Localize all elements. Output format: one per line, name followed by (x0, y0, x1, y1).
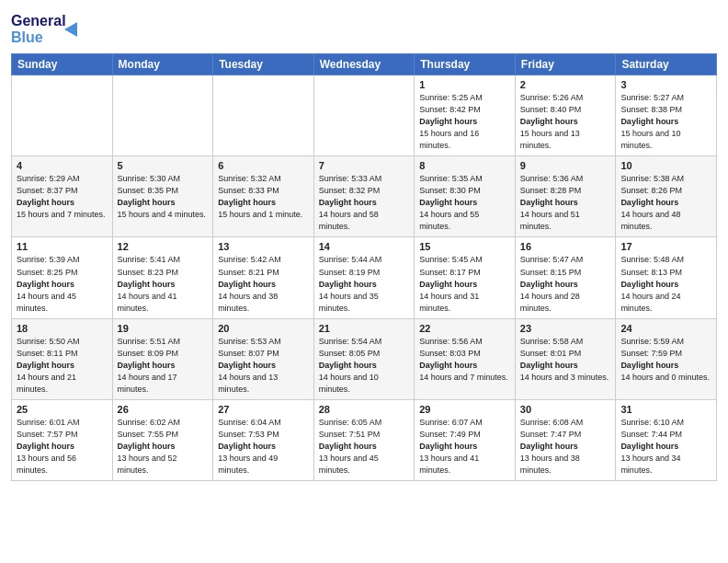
daylight-label: Daylight hours (520, 117, 578, 126)
day-info: Sunrise: 5:25 AMSunset: 8:42 PMDaylight … (419, 92, 510, 152)
day-info: Sunrise: 6:05 AMSunset: 7:51 PMDaylight … (319, 417, 410, 477)
calendar-cell: 18Sunrise: 5:50 AMSunset: 8:11 PMDayligh… (12, 318, 113, 399)
daylight-label: Daylight hours (620, 361, 678, 370)
calendar-cell (313, 75, 415, 156)
calendar-cell (213, 75, 314, 156)
daylight-label: Daylight hours (118, 280, 176, 289)
day-number: 4 (17, 160, 108, 171)
daylight-label: Daylight hours (218, 280, 276, 289)
day-number: 16 (520, 241, 611, 252)
day-info: Sunrise: 6:01 AMSunset: 7:57 PMDaylight … (17, 417, 108, 477)
calendar-cell: 15Sunrise: 5:45 AMSunset: 8:17 PMDayligh… (415, 237, 516, 318)
day-info: Sunrise: 5:44 AMSunset: 8:19 PMDaylight … (319, 254, 410, 314)
calendar-cell: 3Sunrise: 5:27 AMSunset: 8:38 PMDaylight… (616, 75, 717, 156)
day-info: Sunrise: 6:02 AMSunset: 7:55 PMDaylight … (118, 417, 209, 477)
calendar-cell: 27Sunrise: 6:04 AMSunset: 7:53 PMDayligh… (213, 399, 314, 480)
day-info: Sunrise: 6:08 AMSunset: 7:47 PMDaylight … (520, 417, 611, 477)
calendar-header-monday: Monday (112, 54, 213, 75)
calendar-week-5: 25Sunrise: 6:01 AMSunset: 7:57 PMDayligh… (12, 399, 717, 480)
day-info: Sunrise: 5:29 AMSunset: 8:37 PMDaylight … (17, 173, 108, 221)
daylight-label: Daylight hours (319, 442, 377, 451)
day-number: 5 (118, 160, 209, 171)
day-info: Sunrise: 5:35 AMSunset: 8:30 PMDaylight … (419, 173, 510, 233)
day-info: Sunrise: 5:59 AMSunset: 7:59 PMDaylight … (620, 336, 711, 384)
calendar-cell: 2Sunrise: 5:26 AMSunset: 8:40 PMDaylight… (515, 75, 616, 156)
day-number: 30 (520, 404, 611, 415)
day-info: Sunrise: 5:58 AMSunset: 8:01 PMDaylight … (520, 336, 611, 384)
calendar-cell: 19Sunrise: 5:51 AMSunset: 8:09 PMDayligh… (112, 318, 213, 399)
day-number: 6 (218, 160, 309, 171)
daylight-label: Daylight hours (218, 361, 276, 370)
day-number: 2 (520, 79, 611, 90)
day-info: Sunrise: 5:56 AMSunset: 8:03 PMDaylight … (419, 336, 510, 384)
daylight-label: Daylight hours (419, 361, 477, 370)
calendar-cell: 20Sunrise: 5:53 AMSunset: 8:07 PMDayligh… (213, 318, 314, 399)
day-number: 24 (620, 323, 711, 334)
logo: General Blue (11, 9, 85, 48)
day-number: 3 (620, 79, 711, 90)
day-info: Sunrise: 5:39 AMSunset: 8:25 PMDaylight … (17, 254, 108, 314)
daylight-label: Daylight hours (419, 280, 477, 289)
svg-text:Blue: Blue (11, 29, 43, 45)
day-number: 21 (319, 323, 410, 334)
daylight-label: Daylight hours (319, 198, 377, 207)
page-container: General Blue SundayMondayTuesdayWednesda… (0, 0, 728, 488)
daylight-label: Daylight hours (520, 442, 578, 451)
daylight-label: Daylight hours (419, 442, 477, 451)
daylight-label: Daylight hours (17, 198, 74, 207)
calendar-header-friday: Friday (515, 54, 616, 75)
calendar-cell (12, 75, 113, 156)
daylight-label: Daylight hours (620, 442, 678, 451)
daylight-label: Daylight hours (419, 117, 477, 126)
calendar-cell: 1Sunrise: 5:25 AMSunset: 8:42 PMDaylight… (415, 75, 516, 156)
calendar-cell: 16Sunrise: 5:47 AMSunset: 8:15 PMDayligh… (515, 237, 616, 318)
calendar-week-1: 1Sunrise: 5:25 AMSunset: 8:42 PMDaylight… (12, 75, 717, 156)
calendar-cell: 14Sunrise: 5:44 AMSunset: 8:19 PMDayligh… (313, 237, 415, 318)
day-number: 9 (520, 160, 611, 171)
calendar-header-thursday: Thursday (415, 54, 516, 75)
daylight-label: Daylight hours (319, 280, 377, 289)
day-number: 14 (319, 241, 410, 252)
day-number: 28 (319, 404, 410, 415)
day-number: 7 (319, 160, 410, 171)
calendar-cell: 29Sunrise: 6:07 AMSunset: 7:49 PMDayligh… (415, 399, 516, 480)
svg-marker-2 (64, 22, 77, 37)
calendar-cell: 12Sunrise: 5:41 AMSunset: 8:23 PMDayligh… (112, 237, 213, 318)
calendar-header-wednesday: Wednesday (313, 54, 415, 75)
calendar-header-tuesday: Tuesday (213, 54, 314, 75)
daylight-label: Daylight hours (620, 280, 678, 289)
day-info: Sunrise: 5:38 AMSunset: 8:26 PMDaylight … (620, 173, 711, 233)
day-number: 11 (17, 241, 108, 252)
day-info: Sunrise: 5:51 AMSunset: 8:09 PMDaylight … (118, 336, 209, 396)
day-number: 19 (118, 323, 209, 334)
calendar-cell: 24Sunrise: 5:59 AMSunset: 7:59 PMDayligh… (616, 318, 717, 399)
daylight-label: Daylight hours (419, 198, 477, 207)
daylight-label: Daylight hours (218, 198, 276, 207)
calendar-cell: 13Sunrise: 5:42 AMSunset: 8:21 PMDayligh… (213, 237, 314, 318)
day-number: 29 (419, 404, 510, 415)
day-number: 17 (620, 241, 711, 252)
header: General Blue (11, 9, 717, 48)
day-number: 18 (17, 323, 108, 334)
day-number: 27 (218, 404, 309, 415)
day-info: Sunrise: 5:42 AMSunset: 8:21 PMDaylight … (218, 254, 309, 314)
day-number: 12 (118, 241, 209, 252)
calendar-cell: 17Sunrise: 5:48 AMSunset: 8:13 PMDayligh… (616, 237, 717, 318)
daylight-label: Daylight hours (118, 442, 176, 451)
calendar-cell: 6Sunrise: 5:32 AMSunset: 8:33 PMDaylight… (213, 156, 314, 237)
day-info: Sunrise: 5:26 AMSunset: 8:40 PMDaylight … (520, 92, 611, 152)
calendar-cell: 30Sunrise: 6:08 AMSunset: 7:47 PMDayligh… (515, 399, 616, 480)
calendar-cell: 11Sunrise: 5:39 AMSunset: 8:25 PMDayligh… (12, 237, 113, 318)
calendar-header-row: SundayMondayTuesdayWednesdayThursdayFrid… (12, 54, 717, 75)
daylight-label: Daylight hours (118, 361, 176, 370)
day-info: Sunrise: 5:27 AMSunset: 8:38 PMDaylight … (620, 92, 711, 152)
day-number: 31 (620, 404, 711, 415)
calendar-cell: 31Sunrise: 6:10 AMSunset: 7:44 PMDayligh… (616, 399, 717, 480)
calendar-cell: 22Sunrise: 5:56 AMSunset: 8:03 PMDayligh… (415, 318, 516, 399)
calendar-cell: 26Sunrise: 6:02 AMSunset: 7:55 PMDayligh… (112, 399, 213, 480)
calendar-week-2: 4Sunrise: 5:29 AMSunset: 8:37 PMDaylight… (12, 156, 717, 237)
daylight-label: Daylight hours (620, 117, 678, 126)
day-info: Sunrise: 6:07 AMSunset: 7:49 PMDaylight … (419, 417, 510, 477)
calendar-cell: 28Sunrise: 6:05 AMSunset: 7:51 PMDayligh… (313, 399, 415, 480)
calendar-cell (112, 75, 213, 156)
